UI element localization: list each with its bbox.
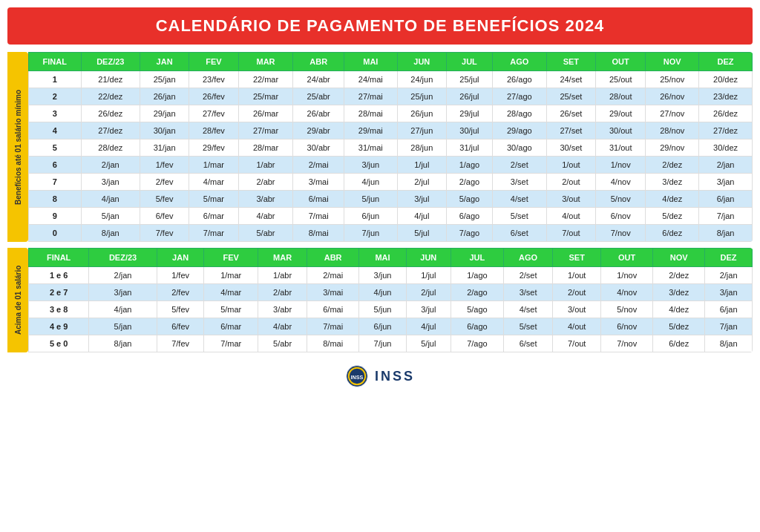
table1-side-label: Benefícios até 01 salário mínimo [7,52,28,242]
table1-header-cell: AGO [492,53,546,71]
table-cell: 7/ago [451,335,503,352]
table1-header-cell: NOV [646,53,699,71]
table-cell: 5/nov [601,301,653,318]
table-cell: 24/abr [293,71,344,88]
table-cell: 7/out [546,225,595,242]
table1-header-cell: MAR [238,53,293,71]
footer: INSS INSS [345,364,415,388]
table-cell: 5/abr [258,335,307,352]
table-cell: 1/fev [157,267,204,284]
table-cell: 3 [29,105,82,122]
table-cell: 1/jul [397,157,446,174]
table-cell: 5/dez [653,318,705,335]
table2-header-cell: MAR [258,249,307,267]
table-cell: 4/set [492,191,546,208]
table2-header-cell: JUL [451,249,503,267]
table-cell: 6 [29,157,82,174]
table-cell: 6/mai [293,191,344,208]
table-cell: 7/out [553,335,601,352]
table-cell: 7/jan [705,318,753,335]
table-cell: 1/nov [596,157,646,174]
table-cell: 1/out [553,267,601,284]
table-cell: 3/jul [406,301,451,318]
table-cell: 7/mar [189,225,238,242]
inss-logo-icon: INSS [345,364,369,388]
table-cell: 25/jul [446,71,492,88]
table-cell: 1/mar [189,157,238,174]
table2-header-row: FINALDEZ/23JANFEVMARABRMAIJUNJULAGOSETOU… [29,249,753,267]
table-cell: 4/set [504,301,553,318]
table-cell: 5/jul [397,225,446,242]
table-cell: 1/abr [258,267,307,284]
table-cell: 2/dez [646,157,699,174]
table-cell: 1/out [546,157,595,174]
table-cell: 7/mar [204,335,258,352]
table-cell: 3/abr [238,191,293,208]
table2-header-cell: AGO [504,249,553,267]
table-cell: 2/set [504,267,553,284]
table-cell: 7/jun [344,225,397,242]
table-cell: 5/fev [140,191,189,208]
table-cell: 27/nov [646,105,699,122]
table-cell: 4/jan [89,301,157,318]
table-cell: 25/out [596,71,646,88]
table-cell: 5/set [504,318,553,335]
table-cell: 8/jan [699,225,753,242]
table-cell: 3/jan [699,174,753,191]
table2-section: Acima de 01 salário FINALDEZ/23JANFEVMAR… [7,248,753,352]
table-cell: 30/jul [446,122,492,139]
table-cell: 26/set [546,105,595,122]
table-cell: 1 e 6 [29,267,89,284]
table-cell: 4/dez [653,301,705,318]
table-cell: 3 e 8 [29,301,89,318]
table-cell: 2/out [553,284,601,301]
inss-label: INSS [375,369,415,384]
table-cell: 29/mai [344,122,397,139]
table-cell: 5/mar [189,191,238,208]
table-cell: 3/set [492,174,546,191]
table-cell: 3/out [553,301,601,318]
table-cell: 2/jan [705,267,753,284]
table-cell: 2/jul [397,174,446,191]
table-cell: 8 [29,191,82,208]
table2-header-cell: JUN [406,249,451,267]
table-cell: 6/set [492,225,546,242]
table-cell: 5/nov [596,191,646,208]
table-cell: 31/jul [446,139,492,157]
table-cell: 24/jun [397,71,446,88]
table-cell: 1/abr [238,157,293,174]
table1-header-cell: FEV [189,53,238,71]
table-cell: 5/set [492,208,546,225]
table-cell: 6/jun [344,208,397,225]
table-cell: 22/mar [238,71,293,88]
table-cell: 2/fev [157,284,204,301]
table1-header-cell: SET [546,53,595,71]
table2-header-cell: DEZ [705,249,753,267]
table-cell: 6/jan [699,191,753,208]
table-cell: 27/ago [492,88,546,105]
table-cell: 3/jul [397,191,446,208]
table-cell: 27/set [546,122,595,139]
table-row: 1 e 62/jan1/fev1/mar1/abr2/mai3/jun1/jul… [29,267,753,284]
table-cell: 4/jun [344,174,397,191]
table-cell: 7/fev [140,225,189,242]
table-cell: 3/jan [81,174,140,191]
table2-side-label: Acima de 01 salário [7,248,28,352]
table-cell: 8/jan [89,335,157,352]
table2-header-cell: DEZ/23 [89,249,157,267]
table1-header-cell: JAN [140,53,189,71]
table-row: 5 e 08/jan7/fev7/mar5/abr8/mai7/jun5/jul… [29,335,753,352]
table2: FINALDEZ/23JANFEVMARABRMAIJUNJULAGOSETOU… [28,248,753,352]
table-cell: 4 [29,122,82,139]
table1-section: Benefícios até 01 salário mínimo FINALDE… [7,52,753,242]
table-cell: 6/dez [646,225,699,242]
table-cell: 25/nov [646,71,699,88]
table-cell: 25/mar [238,88,293,105]
table-cell: 28/jun [397,139,446,157]
table1-header-cell: DEZ [699,53,753,71]
table-row: 08/jan7/fev7/mar5/abr8/mai7/jun5/jul7/ag… [29,225,753,242]
table-cell: 6/mar [204,318,258,335]
table1-wrapper: FINALDEZ/23JANFEVMARABRMAIJUNJULAGOSETOU… [28,52,753,242]
table-cell: 26/mar [238,105,293,122]
table-cell: 3/set [504,284,553,301]
